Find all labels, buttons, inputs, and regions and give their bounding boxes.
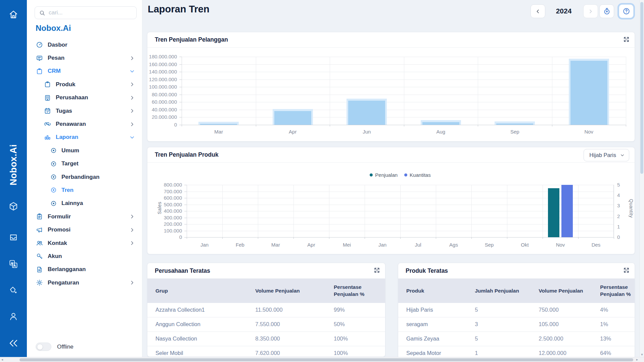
chevron-right-icon [130, 227, 135, 232]
sidebar-item-label: Target [61, 160, 79, 167]
legend-item[interactable]: Penjualan [370, 172, 398, 178]
vertical-scrollbar-thumb[interactable] [640, 2, 643, 174]
sidebar-item-label: Pengaturan [48, 279, 79, 286]
table-cell: 7.550.000 [247, 321, 326, 327]
gear-icon [36, 279, 43, 286]
table-row[interactable]: Nasya Collection8.350.000100% [147, 332, 385, 346]
legend-label: Penjualan [375, 172, 398, 178]
expand-icon[interactable] [374, 267, 380, 273]
scroll-down-icon[interactable]: ▼ [640, 353, 644, 356]
sidebar-item-dasbor[interactable]: Dasbor [27, 38, 142, 51]
card-title: Perusahaan Teratas [155, 267, 210, 274]
right-axis-tick: 4 [617, 192, 627, 198]
legend-item[interactable]: Kuantitas [404, 172, 431, 178]
card-header: Tren Penjualan Produk Hijab Paris [147, 147, 635, 163]
sidebar-item-produk[interactable]: Produk [27, 78, 142, 91]
horizontal-scrollbar-thumb[interactable] [19, 358, 633, 361]
sidebar-item-tugas[interactable]: Tugas [27, 104, 142, 117]
sidebar-item-pengaturan[interactable]: Pengaturan [27, 276, 142, 289]
sidebar-item-promosi[interactable]: Promosi [27, 223, 142, 236]
x-axis-tick: Okt [507, 242, 543, 248]
vertical-scrollbar[interactable]: ▼ [639, 0, 644, 357]
table-row[interactable]: Hijab Paris5750.0004% [398, 303, 635, 317]
bar-penjualan-Nov[interactable] [548, 188, 559, 237]
sidebar-item-akun[interactable]: Akun [27, 250, 142, 263]
user-icon[interactable] [8, 311, 18, 321]
table-header-cell: Jumlah Penjualan [467, 282, 531, 299]
expand-icon[interactable] [623, 36, 630, 43]
document-icon [36, 266, 43, 273]
prev-year-button[interactable] [531, 4, 545, 18]
sidebar-item-kontak[interactable]: Kontak [27, 237, 142, 250]
table-cell: 5 [467, 335, 531, 342]
clipboard-icon [36, 68, 43, 75]
table-row[interactable]: seragam3105.0001% [398, 317, 635, 332]
home-icon[interactable] [8, 9, 18, 19]
table-header-cell: Volume Penjualan [531, 282, 592, 299]
search-input[interactable] [49, 9, 132, 16]
sidebar-item-penawaran[interactable]: Penawaran [27, 117, 142, 131]
y-axis-tick: 100.000.000 [147, 84, 177, 90]
horizontal-scrollbar[interactable]: ◂ ▸ [0, 357, 644, 362]
table-row[interactable]: Anggun Collection7.550.00050% [147, 317, 385, 332]
sidebar-item-umum[interactable]: Umum [27, 144, 142, 157]
legend-dot [404, 173, 407, 176]
x-axis-tick: Apr [256, 129, 330, 135]
collapse-sidebar-icon[interactable] [8, 338, 18, 348]
left-axis-tick: 200.000 [147, 221, 182, 227]
table-row[interactable]: Azzahra Collection111.500.00099% [147, 303, 385, 317]
sidebar-item-lainnya[interactable]: Lainnya [27, 197, 142, 210]
bar-Mar[interactable] [198, 122, 239, 125]
table-cell: 4% [592, 307, 635, 313]
sidebar-item-label: Dasbor [48, 42, 67, 48]
x-axis-tick: Jul [400, 242, 436, 248]
chart-legend: PenjualanKuantitas [187, 172, 614, 178]
table-cell: 7.620.000 [247, 350, 326, 356]
card-title: Tren Penjualan Produk [155, 151, 219, 158]
sidebar-item-formulir[interactable]: Formulir [27, 210, 142, 223]
x-axis-tick: Des [578, 242, 614, 248]
scroll-left-icon[interactable]: ◂ [1, 358, 3, 361]
bar-Apr[interactable] [273, 109, 313, 125]
help-button[interactable] [619, 4, 634, 18]
table-cell: Nasya Collection [147, 335, 247, 342]
table-cell: Seler Mobil [147, 350, 247, 356]
inbox-icon[interactable] [8, 232, 18, 242]
table-cell: Gamis Zeyaa [398, 335, 467, 342]
sidebar-item-crm[interactable]: CRM [27, 65, 142, 78]
timer-button[interactable] [599, 4, 614, 18]
bar-Nov[interactable] [569, 59, 609, 125]
card-title: Produk Teratas [406, 267, 448, 274]
bar-Sep[interactable] [495, 121, 535, 125]
next-year-button[interactable] [583, 4, 598, 18]
translate-icon[interactable] [8, 259, 18, 269]
handshake-icon [44, 121, 51, 128]
table-cell: seragam [398, 321, 467, 327]
table-row[interactable]: Gamis Zeyaa52.500.00013% [398, 332, 635, 346]
left-axis-label: Sales [157, 202, 162, 214]
sidebar-item-pesan[interactable]: Pesan [27, 51, 142, 64]
y-axis-tick: 140.000.000 [147, 69, 177, 74]
sidebar-item-tren[interactable]: Tren [27, 184, 142, 197]
sidebar-item-perbandingan[interactable]: Perbandingan [27, 170, 142, 184]
sidebar: Nobox.Ai DasborPesanCRMProdukPerusahaanT… [27, 0, 142, 357]
table-cell: 13% [592, 335, 635, 342]
bar-Jun[interactable] [347, 99, 387, 125]
sidebar-item-berlangganan[interactable]: Berlangganan [27, 263, 142, 276]
bar-Aug[interactable] [421, 120, 461, 125]
expand-icon[interactable] [623, 267, 630, 273]
x-axis-tick: Nov [552, 129, 626, 135]
sidebar-item-label: Kontak [48, 240, 67, 247]
offline-toggle[interactable] [36, 343, 51, 351]
right-axis-tick: 3 [617, 203, 627, 208]
search-box[interactable] [35, 6, 137, 19]
ink-drop-icon[interactable] [8, 285, 18, 295]
cube-logo-icon[interactable] [8, 201, 18, 211]
scroll-right-icon[interactable]: ▸ [636, 358, 638, 361]
sidebar-item-laporan[interactable]: Laporan [27, 131, 142, 144]
y-axis-tick: 40.000.000 [147, 107, 177, 112]
sidebar-item-target[interactable]: Target [27, 157, 142, 170]
product-dropdown[interactable]: Hijab Paris [584, 149, 629, 161]
sidebar-item-perusahaan[interactable]: Perusahaan [27, 91, 142, 104]
bar-kuantitas-Nov[interactable] [561, 185, 573, 237]
